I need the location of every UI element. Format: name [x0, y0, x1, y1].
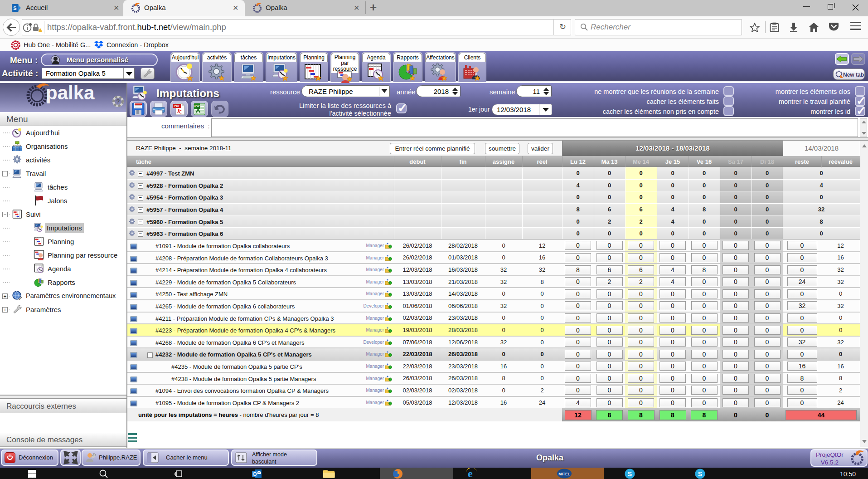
- svg-text:MITEL: MITEL: [558, 472, 570, 476]
- svg-text:S: S: [698, 470, 702, 478]
- svg-text:PDF: PDF: [174, 104, 181, 108]
- svg-text:?: ?: [116, 98, 120, 105]
- svg-text:S: S: [13, 5, 16, 11]
- svg-text:S: S: [628, 470, 632, 478]
- svg-text:palka: palka: [46, 83, 95, 103]
